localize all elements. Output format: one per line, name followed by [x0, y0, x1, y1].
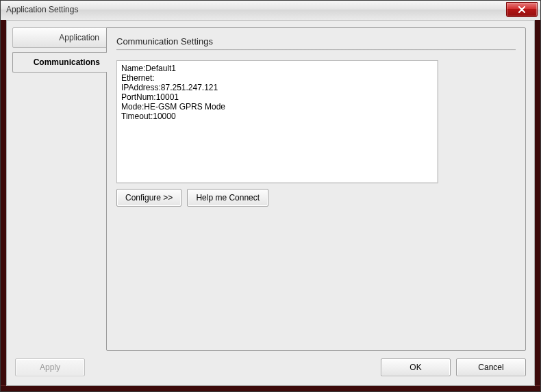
ok-button[interactable]: OK	[381, 358, 451, 376]
close-button[interactable]	[506, 2, 538, 17]
title-bar: Application Settings	[1, 1, 540, 21]
page-heading: Communication Settings	[116, 36, 520, 47]
button-label: Configure >>	[125, 193, 173, 202]
app-settings-window: Application Settings Application Communi…	[0, 0, 541, 392]
connection-info-box: Name:Default1 Ethernet: IPAddress:87.251…	[116, 60, 438, 183]
page-button-row: Configure >> Help me Connect	[116, 189, 520, 207]
client-area: Application Communications Communication…	[6, 20, 535, 386]
dialog-footer: Apply OK Cancel	[15, 358, 526, 377]
window-edge	[1, 385, 540, 391]
apply-button[interactable]: Apply	[15, 358, 85, 376]
button-label: Cancel	[478, 363, 503, 372]
settings-page: Communication Settings Name:Default1 Eth…	[106, 27, 526, 351]
window-edge	[534, 20, 540, 391]
close-icon	[518, 6, 526, 13]
tab-label: Application	[59, 33, 99, 42]
heading-rule	[116, 49, 516, 51]
page-inner: Communication Settings Name:Default1 Eth…	[112, 34, 520, 345]
configure-button[interactable]: Configure >>	[116, 189, 181, 207]
window-title: Application Settings	[6, 5, 78, 14]
button-label: Apply	[40, 363, 60, 372]
button-label: Help me Connect	[196, 193, 260, 202]
tab-communications[interactable]: Communications	[12, 52, 107, 73]
tab-label: Communications	[34, 57, 100, 67]
button-label: OK	[410, 363, 421, 372]
tab-application[interactable]: Application	[12, 27, 107, 48]
tabs-column: Application Communications	[12, 27, 107, 73]
help-me-connect-button[interactable]: Help me Connect	[187, 189, 268, 207]
cancel-button[interactable]: Cancel	[456, 358, 526, 376]
